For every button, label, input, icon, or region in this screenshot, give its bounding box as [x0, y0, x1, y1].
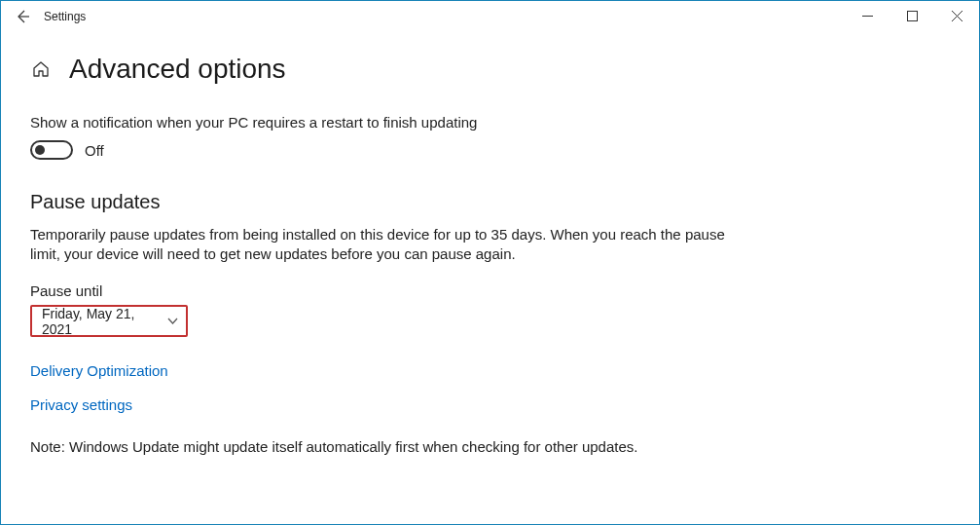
- delivery-optimization-link[interactable]: Delivery Optimization: [30, 362, 950, 379]
- minimize-icon: [862, 11, 873, 21]
- close-button[interactable]: [934, 1, 979, 30]
- notification-toggle-row: Off: [30, 140, 950, 160]
- pause-until-dropdown[interactable]: Friday, May 21, 2021: [30, 305, 188, 337]
- notification-setting-label: Show a notification when your PC require…: [30, 114, 950, 131]
- back-button[interactable]: [9, 3, 36, 30]
- arrow-left-icon: [15, 9, 30, 24]
- titlebar: Settings: [1, 1, 979, 32]
- notification-toggle[interactable]: [30, 140, 73, 160]
- privacy-settings-link[interactable]: Privacy settings: [30, 396, 950, 413]
- pause-until-value: Friday, May 21, 2021: [42, 306, 167, 337]
- home-button[interactable]: [30, 59, 52, 79]
- home-icon: [31, 59, 51, 79]
- page-header: Advanced options: [30, 54, 950, 85]
- chevron-down-icon: [167, 316, 178, 326]
- update-note: Note: Windows Update might update itself…: [30, 438, 950, 455]
- window-title: Settings: [44, 10, 86, 23]
- close-icon: [952, 11, 962, 21]
- page-title: Advanced options: [69, 54, 286, 85]
- minimize-button[interactable]: [845, 1, 889, 30]
- main-content: Advanced options Show a notification whe…: [1, 32, 979, 455]
- pause-updates-description: Temporarily pause updates from being ins…: [30, 225, 741, 265]
- maximize-icon: [907, 11, 918, 21]
- pause-until-label: Pause until: [30, 282, 950, 299]
- svg-rect-2: [907, 11, 917, 20]
- pause-updates-heading: Pause updates: [30, 191, 950, 213]
- maximize-button[interactable]: [889, 1, 934, 30]
- toggle-state-text: Off: [85, 142, 104, 159]
- toggle-knob: [35, 145, 45, 155]
- window-controls: [845, 1, 979, 30]
